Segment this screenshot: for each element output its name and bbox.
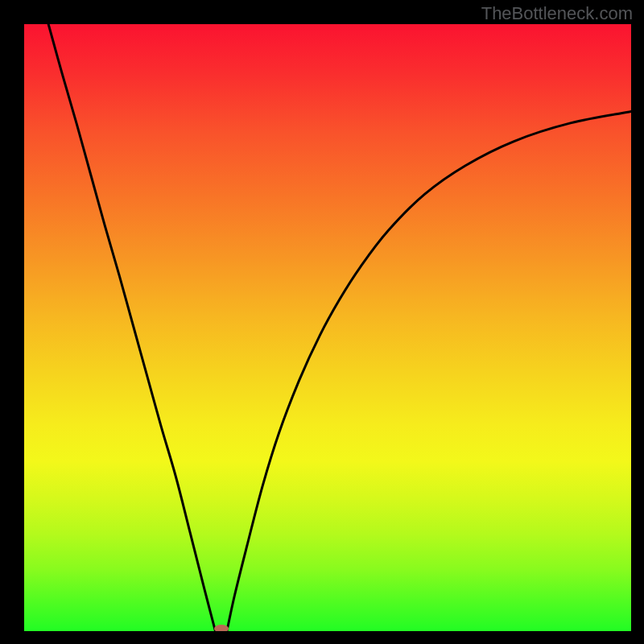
curve-left-branch (48, 24, 215, 631)
curve-right-branch (227, 112, 631, 631)
chart-plot-area (24, 24, 631, 631)
bottleneck-curve (24, 24, 631, 631)
minimum-dot-marker (214, 625, 229, 631)
chart-frame: TheBottleneck.com (0, 0, 644, 644)
watermark-text: TheBottleneck.com (481, 3, 633, 24)
